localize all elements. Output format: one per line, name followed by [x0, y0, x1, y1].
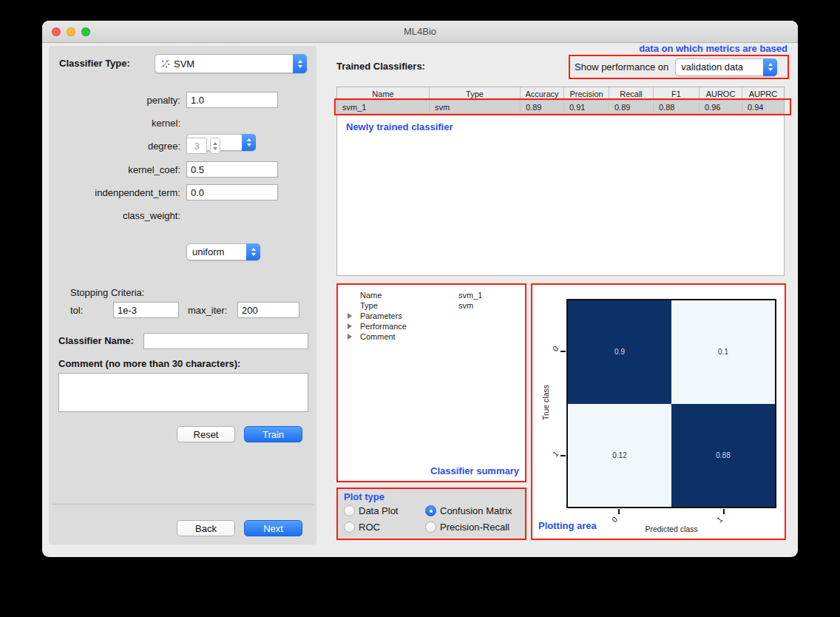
classifier-type-select[interactable]: SVM: [155, 54, 307, 73]
max-iter-label: max_iter:: [188, 305, 227, 316]
radio-selected-icon: [425, 505, 436, 516]
back-button[interactable]: Back: [177, 520, 235, 536]
x-tick-label: 0: [610, 515, 620, 525]
spinner-down-icon: [213, 147, 217, 150]
cell-auroc: 0.96: [700, 101, 742, 113]
table-header-row: Name Type Accuracy Precision Recall F1 A…: [337, 87, 784, 101]
expand-arrow-icon[interactable]: [348, 334, 352, 340]
plotting-area-panel: 0.9 0.1 0.12 0.88 0 1 0 1 True class Pre…: [531, 283, 786, 540]
classifier-type-label: Classifier Type:: [59, 58, 130, 69]
trained-classifiers-label: Trained Classifiers:: [336, 61, 425, 72]
divider: [52, 504, 314, 505]
summary-row-name[interactable]: Name svm_1: [338, 290, 525, 300]
chevron-up-down-icon: [763, 58, 777, 76]
kernel-coef-input[interactable]: [186, 161, 278, 178]
summary-row-type[interactable]: Type svm: [338, 300, 525, 311]
show-performance-select[interactable]: validation data: [675, 58, 777, 76]
y-axis-label: True class: [541, 385, 550, 420]
classifier-name-input[interactable]: [143, 333, 308, 349]
classifier-summary-annotation: Classifier summary: [430, 465, 519, 476]
class-weight-select[interactable]: uniform: [186, 243, 260, 260]
x-tick-label: 1: [715, 515, 725, 525]
radio-data-plot[interactable]: Data Plot: [344, 505, 398, 516]
trained-classifiers-list: Name Type Accuracy Precision Recall F1 A…: [336, 87, 785, 276]
y-tick-label: 1: [551, 449, 560, 459]
cell-type: svm: [430, 101, 521, 113]
kernel-coef-label: kernel_coef:: [49, 164, 180, 175]
degree-label: degree:: [49, 141, 180, 152]
comment-textarea[interactable]: [58, 373, 308, 412]
reset-button[interactable]: Reset: [177, 426, 235, 442]
column-header: Type: [430, 87, 521, 100]
column-header: Recall: [609, 87, 654, 100]
chevron-up-down-icon: [242, 134, 256, 151]
show-performance-value: validation data: [681, 61, 743, 73]
minimize-button[interactable]: [67, 27, 75, 36]
cell-f1: 0.88: [654, 101, 700, 113]
cell-recall: 0.89: [609, 101, 654, 113]
summary-row-performance[interactable]: Performance: [338, 321, 525, 331]
radio-roc[interactable]: ROC: [344, 522, 380, 533]
degree-spinner: 3: [186, 138, 207, 154]
tol-input[interactable]: [113, 302, 179, 318]
x-tick-mark: [618, 509, 620, 514]
summary-row-parameters[interactable]: Parameters: [338, 311, 525, 321]
cell-accuracy: 0.89: [521, 101, 564, 113]
class-weight-value: uniform: [192, 246, 224, 257]
independent-term-input[interactable]: [186, 184, 278, 200]
summary-row-comment[interactable]: Comment: [338, 331, 525, 342]
independent-term-label: indenpendent_term:: [49, 187, 180, 198]
close-button[interactable]: [52, 27, 61, 36]
window-title: ML4Bio: [42, 21, 798, 42]
show-performance-annotation-box: Show performance on validation data: [569, 55, 789, 79]
stopping-criteria-label: Stopping Criteria:: [70, 287, 144, 298]
kernel-label: kernel:: [49, 118, 180, 129]
penalty-input[interactable]: [186, 92, 278, 108]
column-header: AUPRC: [742, 87, 784, 100]
app-window: ML4Bio Classifier Type: SVM penalty: ker…: [42, 21, 798, 557]
zoom-button[interactable]: [81, 27, 90, 36]
train-button[interactable]: Train: [244, 426, 302, 442]
chevron-up-down-icon: [246, 243, 260, 260]
cell-auprc: 0.94: [742, 101, 784, 113]
y-tick-mark: [560, 351, 566, 352]
radio-icon: [344, 522, 355, 533]
classifier-summary-panel: Name svm_1 Type svm Parameters Performan…: [336, 283, 526, 482]
confusion-matrix-heatmap: 0.9 0.1 0.12 0.88: [566, 299, 776, 508]
classifier-name-label: Classifier Name:: [58, 335, 134, 346]
column-header: AUROC: [700, 87, 742, 100]
matrix-cell-1-0: 0.12: [568, 404, 671, 508]
tol-label: tol:: [70, 305, 83, 316]
cell-name: svm_1: [337, 101, 430, 113]
radio-icon: [344, 505, 355, 516]
x-tick-mark: [723, 509, 725, 514]
table-row[interactable]: svm_1 svm 0.89 0.91 0.89 0.88 0.96 0.94: [337, 101, 784, 114]
matrix-cell-0-1: 0.1: [671, 300, 775, 404]
max-iter-input[interactable]: [237, 302, 299, 318]
classifier-settings-panel: Classifier Type: SVM penalty: kernel: rb…: [49, 46, 316, 544]
matrix-cell-1-1: 0.88: [671, 404, 775, 508]
column-header: Precision: [564, 87, 609, 100]
class-weight-label: class_weight:: [49, 210, 180, 221]
column-header: Name: [337, 87, 430, 100]
matrix-cell-0-0: 0.9: [568, 300, 671, 404]
spinner-up-icon: [213, 142, 217, 145]
x-axis-label: Predicted class: [612, 525, 731, 533]
column-header: Accuracy: [521, 87, 564, 100]
titlebar: ML4Bio: [42, 21, 798, 43]
radio-icon: [425, 522, 436, 533]
radio-confusion-matrix[interactable]: Confusion Matrix: [425, 505, 512, 516]
radio-precision-recall[interactable]: Precision-Recall: [425, 522, 509, 533]
expand-arrow-icon[interactable]: [348, 313, 352, 319]
chevron-up-down-icon: [293, 54, 307, 73]
next-button[interactable]: Next: [244, 520, 302, 536]
column-header: F1: [654, 87, 700, 100]
metrics-note-annotation: data on which metrics are based: [639, 43, 788, 54]
plotting-area-annotation: Plotting area: [538, 520, 597, 531]
penalty-label: penalty:: [49, 95, 180, 106]
y-tick-label: 0: [551, 344, 560, 354]
expand-arrow-icon[interactable]: [348, 323, 352, 329]
show-performance-label: Show performance on: [575, 61, 668, 73]
plot-type-panel: Plot type Data Plot Confusion Matrix ROC…: [336, 488, 526, 540]
cell-precision: 0.91: [564, 101, 609, 113]
